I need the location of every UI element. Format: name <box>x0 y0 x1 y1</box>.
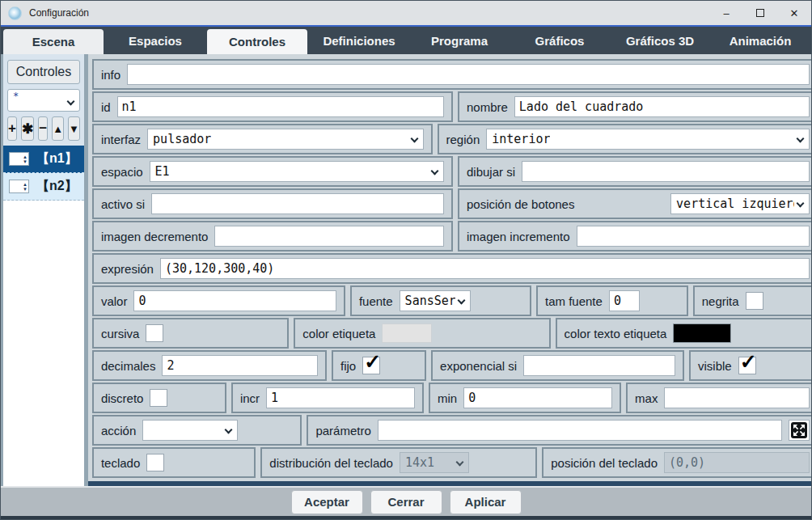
min-input[interactable] <box>463 387 612 408</box>
distribucion-teclado-select: 14x1 <box>400 452 469 473</box>
teclado-checkbox[interactable] <box>146 454 164 471</box>
exponencial-si-input[interactable] <box>523 355 675 376</box>
chevron-down-icon <box>431 167 439 175</box>
field-espacio: espacio E1 <box>92 156 453 187</box>
field-imagen-incremento: imagen incremento <box>458 221 812 252</box>
field-negrita: negrita <box>693 285 812 316</box>
maximize-button[interactable] <box>743 1 777 25</box>
chevron-down-icon <box>455 459 463 467</box>
chevron-down-icon <box>66 98 74 106</box>
minimize-button[interactable]: – <box>709 1 743 25</box>
list-item-n1[interactable]: ▲▼ 【n1】 <box>3 146 84 173</box>
imagen-incremento-label: imagen incremento <box>467 230 570 243</box>
tam-fuente-input[interactable] <box>609 290 640 311</box>
valor-input[interactable] <box>133 290 336 311</box>
duplicate-control-button[interactable]: ✱ <box>21 116 34 141</box>
imagen-decremento-input[interactable] <box>214 226 444 247</box>
field-valor: valor <box>92 285 345 316</box>
tab-animacion[interactable]: Animación <box>710 27 810 54</box>
maximize-icon <box>756 9 764 17</box>
add-control-button[interactable]: + <box>7 116 17 141</box>
posicion-botones-select[interactable]: vertical izquierda <box>670 193 810 214</box>
imagen-incremento-input[interactable] <box>577 226 810 247</box>
decimales-label: decimales <box>101 359 156 373</box>
color-texto-etiqueta-swatch[interactable] <box>673 323 731 343</box>
move-up-button[interactable]: ▲ <box>52 116 64 141</box>
expand-parametro-button[interactable] <box>789 420 810 441</box>
window-controls: – ✕ <box>709 1 811 25</box>
field-color-texto-etiqueta: color texto etiqueta <box>556 318 812 349</box>
region-select[interactable]: interior <box>486 129 810 150</box>
color-etiqueta-swatch[interactable] <box>382 323 432 343</box>
tab-definiciones[interactable]: Definiciones <box>309 27 409 54</box>
fuente-select[interactable]: SansSerif <box>400 290 471 311</box>
field-posicion-teclado: posición del teclado <box>542 447 812 478</box>
distribucion-teclado-label: distribución del teclado <box>269 456 393 470</box>
activo-si-input[interactable] <box>151 193 444 214</box>
cursiva-label: cursiva <box>101 327 140 340</box>
expresion-input[interactable] <box>160 258 810 279</box>
fuente-label: fuente <box>359 294 393 308</box>
field-decimales: decimales <box>92 350 327 381</box>
exponencial-si-label: exponencial si <box>440 359 517 373</box>
posicion-botones-label: posición de botones <box>467 197 574 211</box>
move-down-button[interactable]: ▼ <box>68 116 80 141</box>
posicion-teclado-input <box>664 452 810 473</box>
controls-filter-value: * <box>13 91 19 102</box>
activo-si-label: activo si <box>101 197 145 211</box>
cursiva-checkbox[interactable] <box>146 324 163 342</box>
controls-panel: Controles * + ✱ − ▲ ▼ ▲▼ <box>1 54 88 486</box>
chevron-down-icon <box>797 135 805 143</box>
tab-espacios[interactable]: Espacios <box>105 27 205 54</box>
accion-select[interactable] <box>142 420 238 441</box>
spinner-control-icon: ▲▼ <box>9 152 29 166</box>
field-visible: visible ✓ <box>689 350 812 381</box>
tab-escena[interactable]: Escena <box>3 29 104 54</box>
tab-graficos[interactable]: Gráficos <box>510 27 610 54</box>
decimales-input[interactable] <box>162 355 318 376</box>
parametro-input[interactable] <box>378 420 782 441</box>
interfaz-select[interactable]: pulsador <box>147 129 423 150</box>
field-distribucion-teclado: distribución del teclado 14x1 <box>260 447 537 478</box>
discreto-checkbox[interactable] <box>150 389 167 407</box>
field-min: min <box>429 383 621 413</box>
nombre-input[interactable] <box>514 96 810 117</box>
tab-controles[interactable]: Controles <box>207 29 307 54</box>
max-label: max <box>635 391 658 405</box>
aplicar-button[interactable]: Aplicar <box>450 490 522 514</box>
aceptar-button[interactable]: Aceptar <box>291 490 363 514</box>
cerrar-button[interactable]: Cerrar <box>370 490 442 514</box>
chevron-down-icon <box>225 426 233 434</box>
teclado-label: teclado <box>101 456 140 470</box>
main-area: Controles * + ✱ − ▲ ▼ ▲▼ <box>1 54 811 486</box>
info-label: info <box>101 68 121 82</box>
info-input[interactable] <box>127 64 810 85</box>
visible-checkbox[interactable]: ✓ <box>738 357 756 374</box>
incr-input[interactable] <box>266 387 415 408</box>
espacio-select[interactable]: E1 <box>150 161 444 182</box>
max-input[interactable] <box>664 387 810 408</box>
dibujar-si-input[interactable] <box>522 161 810 182</box>
list-item-label: 【n2】 <box>36 178 78 195</box>
field-imagen-decremento: imagen decremento <box>92 221 453 252</box>
field-expresion: expresión <box>92 253 812 284</box>
field-accion: acción <box>92 415 302 446</box>
list-item-n2[interactable]: ▲▼ 【n2】 <box>3 173 84 201</box>
tab-programa[interactable]: Programa <box>409 27 510 54</box>
negrita-label: negrita <box>702 294 739 308</box>
controls-panel-toolbar: Controles * + ✱ − ▲ ▼ <box>3 54 84 146</box>
controls-filter-select[interactable]: * <box>7 89 80 112</box>
field-nombre: nombre <box>458 91 812 122</box>
id-input[interactable] <box>117 96 444 117</box>
tab-graficos-3d[interactable]: Gráficos 3D <box>610 27 710 54</box>
window-bottom-edge <box>1 516 811 520</box>
discreto-label: discreto <box>101 391 144 405</box>
imagen-decremento-label: imagen decremento <box>101 230 209 243</box>
nombre-label: nombre <box>467 100 508 114</box>
field-color-etiqueta: color etiqueta <box>294 318 550 349</box>
close-button[interactable]: ✕ <box>777 1 811 25</box>
control-properties-form: info id nombre interfaz <box>88 54 812 486</box>
fijo-checkbox[interactable]: ✓ <box>362 357 380 374</box>
remove-control-button[interactable]: − <box>38 116 48 141</box>
negrita-checkbox[interactable] <box>746 292 763 310</box>
